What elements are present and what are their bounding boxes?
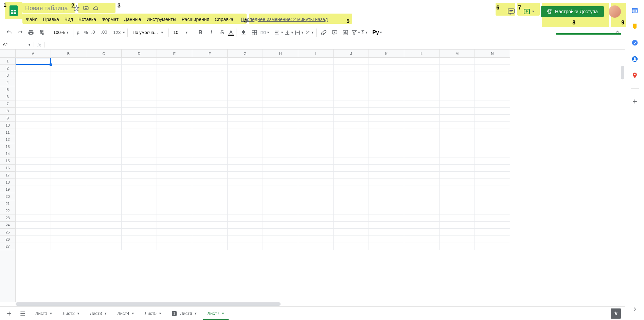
cell[interactable] [51,193,86,200]
cell[interactable] [86,179,122,186]
cell[interactable] [86,214,122,222]
cell[interactable] [334,222,369,229]
cell[interactable] [369,172,404,179]
cell[interactable] [263,100,298,108]
cell[interactable] [122,243,157,250]
cell[interactable] [369,214,404,222]
cell[interactable] [475,115,510,122]
cell[interactable] [475,207,510,214]
cell[interactable] [334,172,369,179]
cell[interactable] [86,100,122,108]
cell[interactable] [298,115,334,122]
cell[interactable] [440,222,475,229]
cell[interactable] [228,115,263,122]
cell[interactable] [51,243,86,250]
cell[interactable] [369,186,404,193]
cell[interactable] [16,65,51,72]
fill-handle[interactable] [50,63,52,66]
cell[interactable] [440,165,475,172]
present-button[interactable]: ▼ [521,6,536,17]
cell[interactable] [51,200,86,207]
cell[interactable] [298,108,334,115]
font-selector[interactable]: По умолча...▼ [130,30,166,35]
cell[interactable] [334,122,369,129]
cell[interactable] [404,100,440,108]
row-header[interactable]: 16 [0,165,15,172]
cell[interactable] [122,193,157,200]
cell[interactable] [404,214,440,222]
sheet-tab[interactable]: Лист4▼ [113,307,138,320]
cell[interactable] [192,100,228,108]
cell[interactable] [228,122,263,129]
cell[interactable] [192,157,228,165]
cell[interactable] [228,243,263,250]
input-tools-button[interactable]: Рy▼ [372,30,382,36]
cell[interactable] [475,179,510,186]
cell[interactable] [228,79,263,86]
cell[interactable] [475,58,510,65]
share-button[interactable]: Настройки Доступа [541,6,604,17]
text-rotation-button[interactable]: ▼ [305,30,314,36]
sheet-tab-dropdown-icon[interactable]: ▼ [77,312,80,315]
fill-color-button[interactable] [238,27,249,38]
cell[interactable] [51,150,86,157]
cell[interactable] [192,143,228,150]
filter-button[interactable]: ▼ [351,30,361,36]
row-header[interactable]: 18 [0,179,15,186]
cell[interactable] [228,200,263,207]
cell[interactable] [228,143,263,150]
cell[interactable] [157,143,192,150]
cell[interactable] [263,193,298,200]
cell[interactable] [404,222,440,229]
cell[interactable] [16,122,51,129]
cell[interactable] [157,150,192,157]
increase-decimal-button[interactable]: .00→ [100,30,111,36]
cell[interactable] [16,207,51,214]
cell[interactable] [263,93,298,100]
cell[interactable] [157,186,192,193]
cell[interactable] [122,108,157,115]
cell[interactable] [404,200,440,207]
cell[interactable] [122,186,157,193]
cell[interactable] [16,157,51,165]
cell[interactable] [157,229,192,236]
cell[interactable] [298,193,334,200]
cell[interactable] [228,165,263,172]
cell[interactable] [122,143,157,150]
cell[interactable] [440,179,475,186]
cell[interactable] [228,58,263,65]
cell[interactable] [475,186,510,193]
row-header[interactable]: 17 [0,172,15,179]
cell[interactable] [298,207,334,214]
cell[interactable] [298,243,334,250]
zoom-selector[interactable]: 100%▼ [51,30,71,35]
cell[interactable] [475,200,510,207]
cell[interactable] [122,150,157,157]
cell[interactable] [192,115,228,122]
cell[interactable] [440,65,475,72]
sheet-tab-dropdown-icon[interactable]: ▼ [131,312,135,315]
cell[interactable] [122,157,157,165]
functions-button[interactable]: Σ▼ [361,30,368,36]
cell[interactable] [334,236,369,243]
cell[interactable] [16,129,51,136]
cell[interactable] [192,86,228,93]
row-header[interactable]: 22 [0,207,15,214]
cell[interactable] [192,79,228,86]
cell[interactable] [192,193,228,200]
cell[interactable] [334,65,369,72]
row-header[interactable]: 12 [0,136,15,143]
redo-button[interactable] [15,27,25,38]
cell[interactable] [298,72,334,79]
cell[interactable] [122,72,157,79]
cell[interactable] [122,236,157,243]
cell[interactable] [122,207,157,214]
percent-button[interactable]: % [83,30,89,35]
cell[interactable] [228,222,263,229]
cell[interactable] [122,200,157,207]
cell[interactable] [86,65,122,72]
add-sheet-button[interactable] [4,308,14,319]
cell[interactable] [404,186,440,193]
document-title[interactable]: Новая таблица [23,4,70,13]
cell[interactable] [475,193,510,200]
